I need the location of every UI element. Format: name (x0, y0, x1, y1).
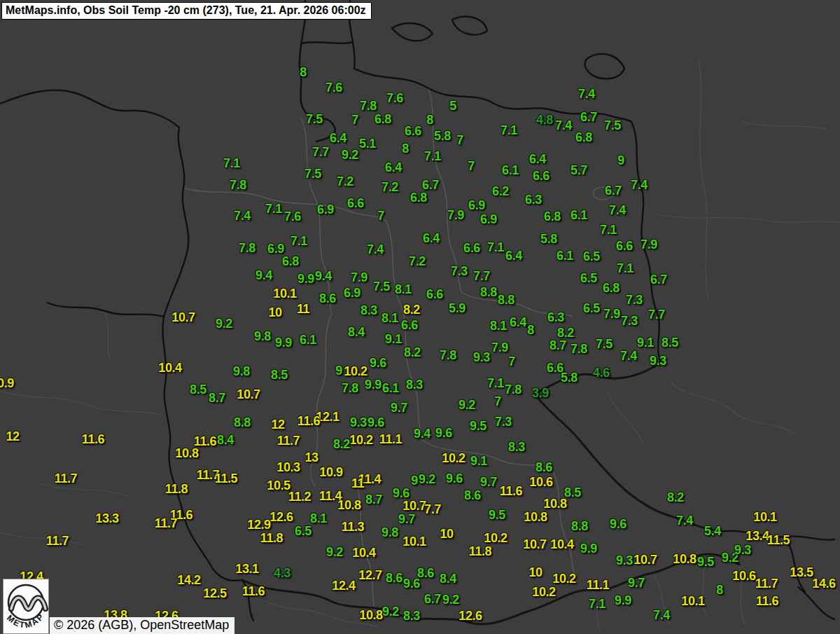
station-value: 8.3 (360, 303, 377, 318)
station-value: 10.6 (732, 569, 755, 584)
station-value: 10.4 (352, 546, 375, 560)
station-value: 7.3 (495, 415, 512, 429)
station-value: 12 (271, 418, 284, 432)
station-value: 8.3 (403, 609, 420, 623)
station-value: 6.8 (410, 191, 427, 205)
station-value: 8.4 (217, 433, 234, 448)
station-value: 9.2 (442, 593, 459, 607)
station-value: 9.4 (315, 269, 332, 284)
station-value: 10.2 (442, 451, 465, 466)
station-value: 10.7 (402, 499, 426, 514)
station-value: 10.2 (484, 531, 507, 546)
station-value: 9.4 (255, 268, 272, 283)
station-value: 8.1 (490, 319, 507, 333)
station-value: 6.5 (580, 271, 597, 286)
station-value: 6.8 (282, 254, 299, 269)
station-value: 6.1 (382, 381, 399, 396)
station-value: 13.4 (746, 529, 769, 544)
station-value: 7.9 (351, 270, 368, 285)
station-value: 6.4 (510, 315, 526, 330)
station-value: 7.5 (604, 118, 621, 133)
station-value: 10.6 (529, 475, 552, 490)
station-value: 14.6 (812, 577, 835, 591)
station-value: 9.3 (734, 543, 751, 558)
station-value: 9.6 (446, 471, 463, 486)
station-value: 9.5 (470, 419, 486, 434)
station-value: 7.3 (451, 264, 468, 279)
station-value: 10.4 (158, 361, 181, 375)
station-value: 8.1 (382, 311, 398, 326)
station-value: 13 (304, 450, 318, 465)
station-value: 6.4 (505, 249, 522, 263)
station-value: 11.6 (242, 584, 265, 599)
station-value: 10.2 (532, 585, 555, 600)
station-value: 8.8 (480, 285, 497, 300)
metmaps-logo[interactable]: METMAPS (3, 579, 49, 634)
station-value: 7.1 (223, 156, 240, 171)
station-value: 8.5 (662, 336, 678, 350)
station-value: 6.1 (556, 249, 573, 263)
station-value: 9.6 (370, 356, 386, 371)
station-value: 10.1 (402, 535, 426, 549)
station-value: 13.5 (790, 565, 813, 580)
attribution-bar[interactable]: © 2026 (AGB), OpenStreetMap (50, 617, 234, 634)
station-value: 8 (300, 65, 307, 80)
station-value: 12 (6, 429, 19, 444)
station-value: 7.2 (337, 174, 354, 189)
station-value: 8.8 (498, 293, 514, 308)
station-value: 7.8 (360, 99, 377, 113)
station-value: 6.5 (295, 524, 312, 539)
metmaps-logo-icon: METMAPS (4, 579, 48, 633)
station-value: 9 (411, 474, 418, 488)
station-value: 8.5 (190, 383, 206, 397)
attribution-text: © 2026 (AGB), OpenStreetMap (54, 618, 229, 632)
station-value: 7.6 (386, 91, 403, 106)
station-value: 7.4 (620, 349, 637, 364)
station-value: 7 (494, 394, 501, 409)
station-value: 6.6 (463, 241, 480, 256)
station-value: 9.3 (616, 553, 633, 568)
station-value: 6.6 (533, 169, 550, 184)
station-value: 7.9 (447, 208, 464, 223)
station-value: 7 (377, 209, 384, 223)
station-value: 11 (297, 302, 309, 317)
station-value: 6.6 (401, 318, 418, 333)
station-value: 8.1 (310, 511, 327, 526)
station-value: 8.5 (271, 368, 288, 383)
station-value: 7.8 (570, 342, 587, 357)
station-value: 7.8 (230, 178, 246, 193)
station-value: 6.3 (525, 193, 542, 207)
station-value: 7.6 (284, 209, 301, 224)
station-value: 6.7 (580, 110, 597, 125)
station-value: 7.9 (491, 340, 508, 355)
station-value: 7.7 (312, 145, 329, 160)
station-value: 10.8 (337, 498, 360, 513)
station-value: 11.7 (277, 434, 300, 448)
station-value: 7 (468, 159, 475, 174)
station-value: 7.1 (424, 149, 441, 164)
station-value: 9.3 (473, 350, 490, 365)
station-value: 7.5 (596, 337, 612, 352)
station-value: 7.4 (609, 203, 626, 218)
station-value: 6.2 (492, 184, 509, 199)
station-value: 5 (449, 99, 456, 113)
station-value: 10.7 (172, 310, 195, 325)
station-value: 12.6 (270, 510, 293, 525)
station-value: 5.9 (449, 301, 465, 316)
station-value: 9.9 (580, 542, 597, 556)
station-value: 7.6 (326, 81, 342, 95)
station-value: 11.7 (55, 471, 77, 486)
station-value: 7.7 (424, 502, 441, 517)
station-value: 8.3 (406, 378, 423, 392)
station-value: 6.4 (385, 160, 402, 175)
station-value: 9.4 (414, 427, 430, 441)
station-value: 9.6 (368, 415, 384, 430)
station-value: 9.1 (385, 332, 402, 347)
station-value: 12.6 (458, 609, 482, 623)
station-value: 8 (402, 142, 409, 156)
station-value: 10 (268, 305, 281, 320)
station-value: 11.7 (155, 516, 177, 531)
station-value: 6.4 (330, 131, 346, 146)
station-value: 7.8 (505, 383, 522, 397)
station-value: 9.8 (254, 329, 271, 344)
